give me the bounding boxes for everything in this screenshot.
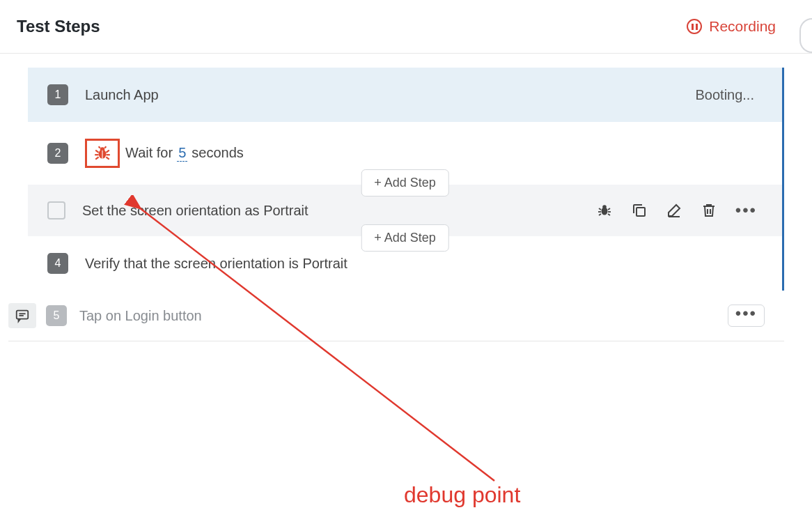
edit-icon[interactable] <box>666 202 682 219</box>
step-status: Booting... <box>695 87 754 103</box>
header: Test Steps Recording <box>0 0 812 54</box>
recording-label: Recording <box>709 18 776 35</box>
partial-control-edge <box>799 18 812 53</box>
step-number-badge: 2 <box>47 143 68 164</box>
svg-line-16 <box>608 208 610 210</box>
step-label: Set the screen orientation as Portrait <box>82 203 596 219</box>
step-label: Wait for 5 seconds <box>125 145 763 162</box>
add-step-button[interactable]: + Add Step <box>361 224 449 252</box>
svg-line-3 <box>95 151 98 153</box>
step-label: Launch App <box>85 87 695 103</box>
svg-line-10 <box>104 146 106 148</box>
step-label: Verify that the screen orientation is Po… <box>85 256 763 272</box>
trash-icon[interactable] <box>701 202 717 219</box>
annotation-label: debug point <box>404 482 520 508</box>
svg-rect-19 <box>637 208 645 216</box>
wait-suffix: seconds <box>192 145 244 161</box>
debug-point-highlight <box>85 139 120 168</box>
step-checkbox[interactable] <box>47 201 65 219</box>
svg-rect-23 <box>17 311 29 319</box>
comment-icon-container[interactable] <box>8 303 36 328</box>
bug-icon[interactable] <box>596 202 613 219</box>
svg-line-18 <box>608 214 610 215</box>
step-row-5[interactable]: 5 Tap on Login button ••• <box>8 291 784 341</box>
more-icon: ••• <box>735 304 757 323</box>
svg-line-5 <box>95 157 98 159</box>
svg-line-6 <box>106 151 109 153</box>
wait-prefix: Wait for <box>125 145 173 161</box>
copy-icon[interactable] <box>631 202 648 219</box>
step-actions: ••• <box>596 202 757 219</box>
step-row-1[interactable]: 1 Launch App Booting... <box>28 68 782 122</box>
page-title: Test Steps <box>17 17 100 36</box>
more-icon[interactable]: ••• <box>735 208 757 213</box>
svg-point-12 <box>602 205 607 209</box>
svg-line-8 <box>106 157 109 159</box>
add-step-button[interactable]: + Add Step <box>361 169 449 196</box>
steps-container: 1 Launch App Booting... 2 <box>0 54 812 355</box>
pause-icon <box>687 19 702 34</box>
step-row-3[interactable]: + Add Step Set the screen orientation as… <box>28 185 782 236</box>
svg-line-13 <box>599 208 601 210</box>
bug-icon[interactable] <box>93 144 111 162</box>
comment-icon <box>15 308 30 323</box>
wait-value[interactable]: 5 <box>177 145 187 162</box>
step-number-badge: 1 <box>47 84 68 105</box>
recording-status[interactable]: Recording <box>687 18 776 35</box>
step-number-badge: 5 <box>46 305 67 326</box>
svg-line-9 <box>99 146 100 148</box>
step-label: Tap on Login button <box>79 308 728 324</box>
svg-line-15 <box>599 214 601 215</box>
steps-block: 1 Launch App Booting... 2 <box>28 68 784 291</box>
more-button[interactable]: ••• <box>728 305 765 327</box>
step-number-badge: 4 <box>47 253 68 274</box>
